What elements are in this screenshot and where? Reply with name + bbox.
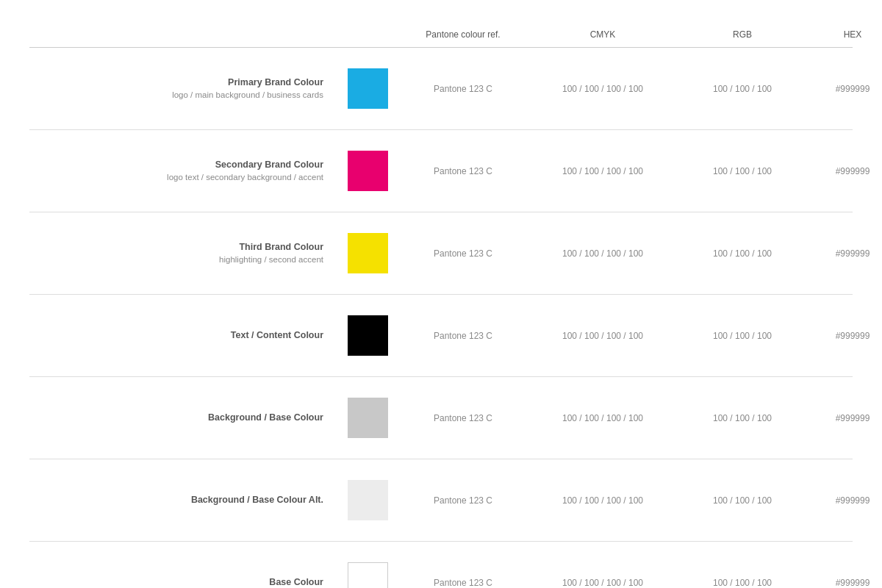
- label-background-base: Background / Base Colour: [29, 411, 338, 425]
- hex-secondary-brand: #999999: [808, 166, 882, 176]
- pantone-base-colour: Pantone 123 C: [397, 578, 529, 588]
- cmyk-base-colour: 100 / 100 / 100 / 100: [529, 578, 676, 588]
- rgb-background-base-alt: 100 / 100 / 100: [676, 495, 808, 506]
- rgb-base-colour: 100 / 100 / 100: [676, 578, 808, 588]
- table-row: Primary Brand Colourlogo / main backgrou…: [29, 48, 853, 130]
- hex-background-base-alt: #999999: [808, 495, 882, 506]
- color-swatch-primary-brand: [348, 68, 388, 109]
- header-label: [29, 29, 338, 40]
- header-cmyk: CMYK: [529, 29, 676, 40]
- table-row: Background / Base Colour Alt.Pantone 123…: [29, 459, 853, 542]
- label-sub: highlighting / second accent: [29, 254, 323, 266]
- label-main: Background / Base Colour Alt.: [29, 493, 323, 507]
- hex-background-base: #999999: [808, 413, 882, 423]
- color-swatch-third-brand: [348, 233, 388, 273]
- cmyk-third-brand: 100 / 100 / 100 / 100: [529, 248, 676, 259]
- rgb-third-brand: 100 / 100 / 100: [676, 248, 808, 259]
- pantone-secondary-brand: Pantone 123 C: [397, 166, 529, 176]
- label-secondary-brand: Secondary Brand Colourlogo text / second…: [29, 158, 338, 184]
- swatch-cell-primary-brand: [338, 68, 397, 109]
- swatch-cell-base-colour: [338, 562, 397, 588]
- swatch-cell-text-content: [338, 315, 397, 356]
- label-main: Secondary Brand Colour: [29, 158, 323, 172]
- label-background-base-alt: Background / Base Colour Alt.: [29, 493, 338, 507]
- hex-text-content: #999999: [808, 331, 882, 341]
- rgb-background-base: 100 / 100 / 100: [676, 413, 808, 423]
- cmyk-secondary-brand: 100 / 100 / 100 / 100: [529, 166, 676, 176]
- pantone-text-content: Pantone 123 C: [397, 331, 529, 341]
- table-row: Secondary Brand Colourlogo text / second…: [29, 130, 853, 212]
- swatch-cell-third-brand: [338, 233, 397, 273]
- cmyk-background-base: 100 / 100 / 100 / 100: [529, 413, 676, 423]
- swatch-cell-secondary-brand: [338, 151, 397, 191]
- color-swatch-background-base-alt: [348, 480, 388, 520]
- pantone-third-brand: Pantone 123 C: [397, 248, 529, 259]
- pantone-primary-brand: Pantone 123 C: [397, 84, 529, 94]
- label-main: Text / Content Colour: [29, 329, 323, 343]
- label-sub: logo text / secondary background / accen…: [29, 171, 323, 184]
- hex-primary-brand: #999999: [808, 84, 882, 94]
- header-rgb: RGB: [676, 29, 808, 40]
- rgb-secondary-brand: 100 / 100 / 100: [676, 166, 808, 176]
- table-body: Primary Brand Colourlogo / main backgrou…: [29, 48, 853, 588]
- label-main: Background / Base Colour: [29, 411, 323, 425]
- pantone-background-base: Pantone 123 C: [397, 413, 529, 423]
- swatch-cell-background-base: [338, 398, 397, 438]
- table-row: Text / Content ColourPantone 123 C100 / …: [29, 295, 853, 377]
- label-text-content: Text / Content Colour: [29, 329, 338, 343]
- label-main: Primary Brand Colour: [29, 76, 323, 90]
- rgb-text-content: 100 / 100 / 100: [676, 331, 808, 341]
- table-row: Base ColourPantone 123 C100 / 100 / 100 …: [29, 542, 853, 588]
- table-row: Third Brand Colourhighlighting / second …: [29, 212, 853, 295]
- table-row: Background / Base ColourPantone 123 C100…: [29, 377, 853, 459]
- cmyk-primary-brand: 100 / 100 / 100 / 100: [529, 84, 676, 94]
- hex-base-colour: #999999: [808, 578, 882, 588]
- header-swatch: [338, 29, 397, 40]
- header-hex: HEX: [808, 29, 882, 40]
- pantone-background-base-alt: Pantone 123 C: [397, 495, 529, 506]
- color-swatch-secondary-brand: [348, 151, 388, 191]
- color-swatch-background-base: [348, 398, 388, 438]
- color-swatch-text-content: [348, 315, 388, 356]
- color-table: Pantone colour ref. CMYK RGB HEX Primary…: [0, 0, 882, 588]
- label-sub: logo / main background / business cards: [29, 89, 323, 101]
- table-header: Pantone colour ref. CMYK RGB HEX: [29, 22, 853, 48]
- label-main: Third Brand Colour: [29, 240, 323, 254]
- label-main: Base Colour: [29, 576, 323, 588]
- color-swatch-base-colour: [348, 562, 388, 588]
- label-base-colour: Base Colour: [29, 576, 338, 588]
- header-pantone: Pantone colour ref.: [397, 29, 529, 40]
- cmyk-background-base-alt: 100 / 100 / 100 / 100: [529, 495, 676, 506]
- cmyk-text-content: 100 / 100 / 100 / 100: [529, 331, 676, 341]
- label-primary-brand: Primary Brand Colourlogo / main backgrou…: [29, 76, 338, 102]
- rgb-primary-brand: 100 / 100 / 100: [676, 84, 808, 94]
- hex-third-brand: #999999: [808, 248, 882, 259]
- label-third-brand: Third Brand Colourhighlighting / second …: [29, 240, 338, 267]
- swatch-cell-background-base-alt: [338, 480, 397, 520]
